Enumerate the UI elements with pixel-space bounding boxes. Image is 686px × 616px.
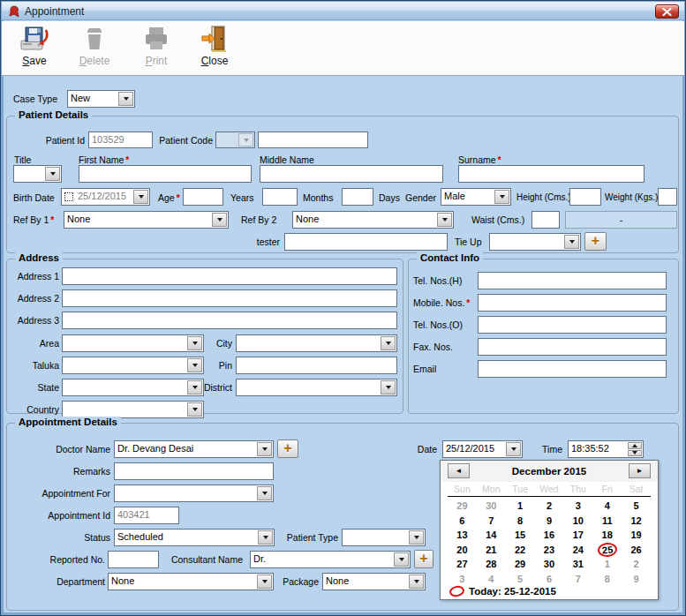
waist-input[interactable] [531,211,560,229]
calendar-day[interactable]: 9 [622,572,651,587]
calendar-day[interactable]: 17 [563,528,592,543]
calendar-next-button[interactable]: ► [629,463,651,478]
calendar-day[interactable]: 26 [622,543,651,558]
address3-input[interactable] [62,312,397,329]
gender-select[interactable]: Male [441,188,511,206]
height-input[interactable] [569,188,601,206]
calendar-day[interactable]: 15 [506,528,535,543]
calendar-day[interactable]: 11 [592,514,622,529]
calendar-day[interactable]: 18 [592,528,622,543]
calendar-day[interactable]: 1 [592,557,622,572]
calendar-day[interactable]: 22 [506,543,535,558]
calendar-day[interactable]: 29 [448,499,477,514]
chevron-down-icon [381,380,396,394]
calendar-day[interactable]: 1 [506,499,535,514]
calendar-day[interactable]: 14 [477,528,506,543]
country-select[interactable] [62,401,204,418]
mobile-input[interactable] [478,294,667,312]
ref-by-1-select[interactable]: None [64,211,229,229]
calendar-day[interactable]: 25 [592,543,622,558]
calendar-day[interactable]: 5 [622,499,651,514]
calendar-day[interactable]: 19 [622,528,651,543]
address2-input[interactable] [62,289,397,307]
calendar-day[interactable]: 8 [592,572,622,587]
tel-office-input[interactable] [478,316,667,334]
calendar-day[interactable]: 16 [535,528,564,543]
calendar-day[interactable]: 9 [535,514,564,529]
ref-by-2-select[interactable]: None [292,211,454,229]
birth-date-checkbox[interactable] [64,192,73,201]
time-up-button[interactable] [628,442,642,449]
appointment-date-picker[interactable]: 25/12/2015 [442,440,523,458]
email-input[interactable] [478,360,667,378]
calendar-day[interactable]: 27 [448,557,477,572]
chevron-down-icon [409,530,424,545]
calendar-day[interactable]: 12 [622,514,651,529]
close-button[interactable]: Close [189,23,240,74]
app-icon[interactable] [7,4,21,19]
birth-date-picker[interactable]: 25/12/2015 [61,188,150,206]
department-select[interactable]: None [108,573,274,590]
package-select[interactable]: None [322,573,426,590]
surname-input[interactable] [458,165,645,183]
calendar-day[interactable]: 13 [448,528,477,543]
fax-input[interactable] [478,338,667,356]
calendar-day[interactable]: 5 [506,572,535,587]
add-doctor-button[interactable]: + [277,439,298,458]
status-label: Status [10,532,110,543]
calendar-day[interactable]: 31 [563,557,592,572]
tester-input[interactable] [284,233,448,251]
calendar-day[interactable]: 10 [563,514,592,529]
reported-no-input[interactable] [108,551,159,568]
middle-name-input[interactable] [260,165,443,183]
add-consultant-button[interactable]: + [414,550,433,568]
calendar-day[interactable]: 4 [592,499,622,514]
doctor-name-select[interactable]: Dr. Devang Desai [114,440,274,458]
status-select[interactable]: Scheduled [114,529,275,546]
age-input[interactable] [183,188,223,206]
calendar-day[interactable]: 2 [622,557,651,572]
calendar-day[interactable]: 7 [563,572,592,587]
remarks-input[interactable] [114,462,274,480]
calendar-day[interactable]: 21 [477,543,506,558]
case-type-select[interactable]: New [67,90,135,108]
save-button[interactable]: Save [9,23,60,74]
calendar-day[interactable]: 4 [477,572,506,587]
consultant-name-select[interactable]: Dr. [250,551,411,568]
years-input[interactable] [262,188,298,206]
calendar-day[interactable]: 30 [477,499,506,514]
calendar-day[interactable]: 3 [448,572,477,587]
tie-up-select[interactable] [489,233,581,251]
calendar-day[interactable]: 8 [506,514,535,529]
pin-input[interactable] [236,357,397,374]
calendar-day[interactable]: 24 [563,543,592,558]
calendar-day[interactable]: 23 [535,543,564,558]
city-select[interactable] [236,334,397,352]
district-select[interactable] [236,379,397,396]
calendar-day[interactable]: 6 [448,514,477,529]
calendar-day[interactable]: 29 [506,557,535,572]
title-select[interactable] [13,165,62,183]
calendar-day[interactable]: 7 [477,514,506,529]
address1-input[interactable] [62,267,397,285]
add-tie-up-button[interactable]: + [584,232,607,251]
weight-input[interactable] [658,188,677,206]
tel-home-input[interactable] [478,272,667,289]
close-window-button[interactable] [655,4,679,19]
patient-code-input[interactable] [258,131,368,148]
calendar-day[interactable]: 30 [535,557,564,572]
appointment-for-select[interactable] [114,485,274,502]
calendar-day[interactable]: 2 [535,499,564,514]
time-down-button[interactable] [628,450,642,457]
calendar-day[interactable]: 28 [477,557,506,572]
calendar-prev-button[interactable]: ◄ [448,463,470,478]
chevron-down-icon [564,235,579,249]
calendar-day[interactable]: 3 [563,499,592,514]
months-input[interactable] [342,188,373,206]
calendar-day[interactable]: 20 [448,543,477,558]
time-spinner[interactable]: 18:35:52 [568,440,644,458]
calendar-today[interactable]: Today: 25-12-2015 [449,586,556,597]
patient-type-select[interactable] [342,529,426,546]
calendar-day[interactable]: 6 [535,572,564,587]
first-name-input[interactable] [79,165,252,183]
